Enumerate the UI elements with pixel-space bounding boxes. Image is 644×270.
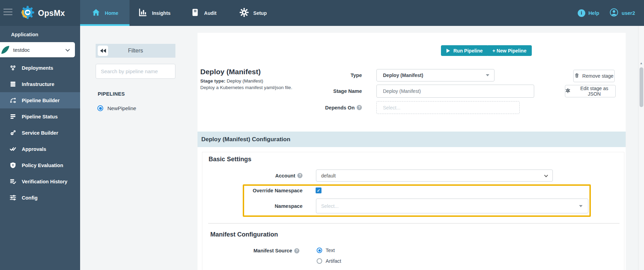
sidebar-item-infrastructure[interactable]: Infrastructure: [0, 76, 80, 92]
application-name: testdoc: [13, 47, 30, 53]
sidebar-item-label: Policy Evaluation: [22, 163, 63, 168]
run-pipeline-label: Run Pipeline: [453, 48, 483, 54]
top-tabs: Home Insights Audit: [80, 0, 278, 26]
namespace-select[interactable]: Select...: [316, 199, 588, 213]
run-pipeline-button[interactable]: Run Pipeline: [441, 45, 488, 56]
sidebar-item-label: Approvals: [22, 146, 46, 152]
menu-hamburger-icon[interactable]: [3, 9, 12, 17]
sidebar-item-approvals[interactable]: Approvals: [0, 141, 80, 157]
sidebar-item-label: Pipeline Builder: [22, 98, 60, 103]
stage-config-card: Basic Settings Account ? default Overrid…: [202, 152, 624, 270]
pipeline-builder-panel: Run Pipeline + New Pipeline Deploy (Mani…: [198, 33, 626, 270]
collapse-filters-button[interactable]: [98, 46, 108, 56]
override-namespace-checkbox[interactable]: [316, 187, 321, 193]
double-left-arrow-icon: [103, 49, 106, 53]
tab-setup[interactable]: Setup: [228, 0, 278, 26]
sidebar-item-pipeline-builder[interactable]: Pipeline Builder: [0, 92, 80, 108]
stage-name-label: Stage Name: [293, 85, 362, 98]
remove-stage-button[interactable]: Remove stage: [573, 70, 615, 82]
top-navigation-bar: OpsMx Home Insights: [0, 0, 644, 26]
pipeline-radio[interactable]: [97, 105, 103, 111]
sidebar-item-label: Verification History: [22, 179, 67, 184]
pipeline-search-input[interactable]: [96, 64, 175, 79]
tab-label: Setup: [253, 10, 267, 16]
pipeline-list-item[interactable]: NewPipeline: [97, 105, 175, 111]
pipeline-name: NewPipeline: [107, 105, 136, 111]
remove-stage-label: Remove stage: [582, 73, 613, 79]
topbar-right: i Help user2: [578, 0, 635, 26]
stage-type-value: Deploy (Manifest): [227, 78, 263, 84]
override-namespace-label: Override Namespace: [209, 187, 302, 193]
sidebar-item-config[interactable]: Config: [0, 190, 80, 206]
account-select-value: default: [321, 173, 336, 179]
manifest-source-option-artifact[interactable]: Artifact: [317, 258, 341, 264]
tab-insights[interactable]: Insights: [129, 0, 179, 26]
sidebar-item-label: Infrastructure: [22, 81, 54, 87]
manifest-source-label: Manifest Source ?: [209, 248, 299, 254]
help-label: Help: [588, 10, 599, 16]
audit-icon: [191, 8, 200, 18]
radio-selected-icon[interactable]: [317, 248, 322, 253]
tab-label: Audit: [204, 10, 217, 16]
type-select[interactable]: Deploy (Manifest): [376, 69, 494, 81]
application-selector[interactable]: testdoc: [0, 42, 75, 57]
new-pipeline-label: + New Pipeline: [492, 48, 526, 54]
tab-audit[interactable]: Audit: [179, 0, 228, 26]
scroll-up-arrow-icon[interactable]: ▲: [638, 61, 644, 65]
sidebar-item-label: Config: [22, 195, 38, 201]
depends-on-label: Depends On ?: [280, 101, 362, 114]
application-section-label: Application: [0, 26, 80, 37]
edit-stage-json-button[interactable]: Edit stage as JSON: [565, 85, 616, 97]
sidebar-item-policy-evaluation[interactable]: Policy Evaluation: [0, 157, 80, 173]
help-menu[interactable]: i Help: [578, 9, 599, 17]
tab-home[interactable]: Home: [80, 0, 129, 26]
manifest-configuration-title: Manifest Configuration: [210, 231, 278, 238]
tab-label: Home: [105, 10, 118, 16]
help-question-icon: ?: [294, 248, 299, 253]
depends-on-placeholder: Select...: [383, 105, 401, 110]
pipeline-builder-icon: [9, 97, 17, 104]
brand: OpsMx: [21, 6, 65, 21]
stage-type-line: Stage type: Deploy (Manifest): [200, 78, 292, 84]
config-icon: [9, 194, 17, 201]
namespace-placeholder: Select...: [321, 203, 339, 209]
radio-label: Text: [326, 248, 335, 253]
setup-icon: [239, 8, 249, 19]
stage-description: Deploy a Kubernetes manifest yaml/json f…: [200, 85, 292, 90]
vertical-scrollbar[interactable]: ▲: [638, 26, 644, 270]
filters-title: Filters: [128, 48, 143, 54]
pipeline-status-icon: [9, 113, 17, 120]
section-divider: [208, 223, 619, 224]
help-question-icon: ?: [297, 173, 302, 178]
sidebar-item-service-builder[interactable]: Service Builder: [0, 125, 80, 141]
radio-unselected-icon[interactable]: [317, 258, 322, 264]
account-select[interactable]: default: [316, 170, 553, 182]
depends-on-select[interactable]: Select...: [376, 101, 520, 114]
stage-header: Deploy (Manifest) Stage type: Deploy (Ma…: [200, 68, 292, 90]
user-menu[interactable]: user2: [609, 8, 635, 18]
namespace-label: Namespace: [209, 199, 302, 213]
application-leaf-icon: [1, 45, 10, 55]
scrollbar-thumb[interactable]: [640, 67, 643, 107]
chevron-down-icon: [66, 47, 70, 51]
sidebar-item-label: Service Builder: [22, 130, 58, 136]
basic-settings-title: Basic Settings: [209, 156, 251, 163]
stage-type-label: Stage type:: [200, 78, 225, 84]
service-builder-icon: [9, 129, 17, 136]
account-label: Account ?: [209, 170, 302, 182]
content-area: Filters PIPELINES NewPipeline Run Pipeli…: [80, 26, 644, 270]
sidebar-item-deployments[interactable]: Deployments: [0, 60, 80, 76]
insights-icon: [138, 8, 147, 19]
verification-history-icon: [9, 178, 17, 185]
brand-name: OpsMx: [38, 9, 65, 18]
deployments-icon: [9, 64, 17, 71]
new-pipeline-button[interactable]: + New Pipeline: [487, 45, 532, 56]
tab-label: Insights: [152, 10, 171, 16]
caret-down-icon: [486, 74, 489, 76]
trash-icon: [574, 73, 579, 79]
sidebar-item-verification-history[interactable]: Verification History: [0, 173, 80, 190]
stage-name-input[interactable]: [376, 85, 534, 98]
approvals-icon: [9, 145, 17, 153]
sidebar-item-pipeline-status[interactable]: Pipeline Status: [0, 108, 80, 125]
manifest-source-option-text[interactable]: Text: [317, 248, 335, 253]
